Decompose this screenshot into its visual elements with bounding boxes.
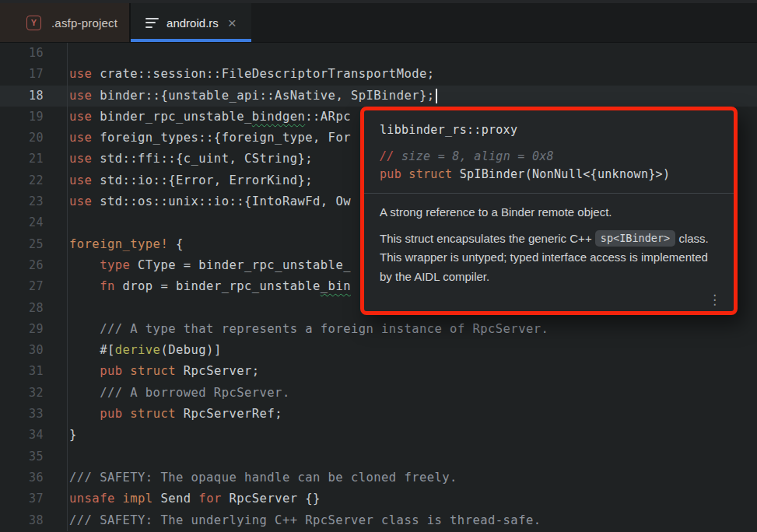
line-number[interactable]: 37 (0, 488, 68, 509)
code-text (68, 446, 69, 467)
tab-bar: Y .asfp-project android.rs × (0, 3, 757, 43)
line-number[interactable]: 17 (0, 64, 68, 85)
line-number[interactable]: 18 (0, 86, 68, 107)
text-cursor (436, 89, 437, 103)
tab-project[interactable]: Y .asfp-project (0, 3, 131, 42)
hover-doc-popup: libbinder_rs::proxy // size = 8, align =… (360, 107, 738, 315)
code-line[interactable]: 38/// SAFETY: The underlying C++ RpcServ… (0, 510, 757, 531)
code-text: #[derive(Debug)] (68, 340, 222, 361)
line-number[interactable]: 30 (0, 340, 68, 361)
code-line[interactable]: 18use binder::{unstable_api::AsNative, S… (0, 86, 757, 107)
code-text: /// A borrowed RpcServer. (68, 383, 290, 404)
line-number[interactable]: 27 (0, 276, 68, 297)
line-number[interactable]: 38 (0, 510, 68, 531)
code-line[interactable]: 33 pub struct RpcServerRef; (0, 404, 757, 425)
code-text: use binder_rpc_unstable_bindgen::ARpc (68, 107, 351, 128)
popup-divider (364, 193, 734, 194)
code-text: /// SAFETY: The opaque handle can be clo… (68, 467, 457, 488)
code-text: use std::os::unix::io::{IntoRawFd, Ow (68, 191, 351, 212)
code-text: use binder::{unstable_api::AsNative, SpI… (68, 86, 437, 107)
code-line[interactable]: 17use crate::session::FileDescriptorTran… (0, 64, 757, 85)
code-text: pub struct RpcServerRef; (68, 404, 282, 425)
code-text: } (68, 425, 77, 446)
code-text: foreign_type! { (68, 234, 184, 255)
tab-close-icon[interactable]: × (228, 16, 237, 30)
code-line[interactable]: 36/// SAFETY: The opaque handle can be c… (0, 467, 757, 488)
tab-android-rs-label: android.rs (166, 16, 219, 30)
file-lines-icon (145, 18, 159, 28)
code-text: type CType = binder_rpc_unstable_ (68, 255, 351, 276)
line-number[interactable]: 29 (0, 319, 68, 340)
code-text: use std::io::{Error, ErrorKind}; (68, 170, 313, 191)
inline-code-chip: sp<IBinder> (595, 230, 675, 247)
popup-signature: pub struct SpIBinder(NonNull<{unknown}>) (380, 166, 718, 184)
code-line[interactable]: 29 /// A type that represents a foreign … (0, 319, 757, 340)
line-number[interactable]: 23 (0, 191, 68, 212)
code-line[interactable]: 31 pub struct RpcServer; (0, 361, 757, 382)
code-line[interactable]: 34} (0, 425, 757, 446)
popup-more-actions-icon[interactable]: ⋮ (708, 293, 721, 306)
code-line[interactable]: 30 #[derive(Debug)] (0, 340, 757, 361)
tab-android-rs[interactable]: android.rs × (131, 3, 251, 42)
popup-module-path: libbinder_rs::proxy (380, 123, 718, 137)
popup-summary: A strong reference to a Binder remote ob… (380, 203, 711, 222)
line-number[interactable]: 35 (0, 446, 68, 467)
line-number[interactable]: 21 (0, 149, 68, 170)
line-number[interactable]: 32 (0, 383, 68, 404)
code-text (68, 43, 69, 64)
code-line[interactable]: 32 /// A borrowed RpcServer. (0, 383, 757, 404)
code-text: /// A type that represents a foreign ins… (68, 319, 548, 340)
code-text: use crate::session::FileDescriptorTransp… (68, 64, 435, 85)
line-number[interactable]: 20 (0, 128, 68, 149)
popup-size-comment: // size = 8, align = 0x8 (380, 148, 718, 166)
code-line[interactable]: 35 (0, 446, 757, 467)
line-number[interactable]: 34 (0, 425, 68, 446)
code-text: use std::ffi::{c_uint, CString}; (68, 149, 313, 170)
code-text: unsafe impl Send for RpcServer {} (68, 488, 321, 509)
code-text (68, 212, 69, 233)
line-number[interactable]: 19 (0, 107, 68, 128)
line-number[interactable]: 22 (0, 170, 68, 191)
line-number[interactable]: 26 (0, 255, 68, 276)
tab-project-label: .asfp-project (51, 16, 117, 30)
code-text: fn drop = binder_rpc_unstable_bin (68, 276, 351, 297)
project-file-type-icon: Y (26, 16, 41, 30)
line-number[interactable]: 33 (0, 404, 68, 425)
line-number[interactable]: 28 (0, 298, 68, 319)
code-text: use foreign_types::{foreign_type, For (68, 128, 351, 149)
tab-bar-empty-area (251, 3, 757, 42)
code-text (68, 298, 69, 319)
code-line[interactable]: 37unsafe impl Send for RpcServer {} (0, 488, 757, 509)
line-number[interactable]: 36 (0, 467, 68, 488)
line-number[interactable]: 24 (0, 212, 68, 233)
line-number[interactable]: 31 (0, 361, 68, 382)
code-text: pub struct RpcServer; (68, 361, 260, 382)
code-line[interactable]: 16 (0, 43, 757, 64)
code-text: /// SAFETY: The underlying C++ RpcServer… (68, 510, 541, 531)
active-tab-indicator (131, 39, 251, 42)
line-number[interactable]: 16 (0, 43, 68, 64)
line-number[interactable]: 25 (0, 234, 68, 255)
popup-description: This struct encapsulates the generic C++… (380, 229, 711, 287)
